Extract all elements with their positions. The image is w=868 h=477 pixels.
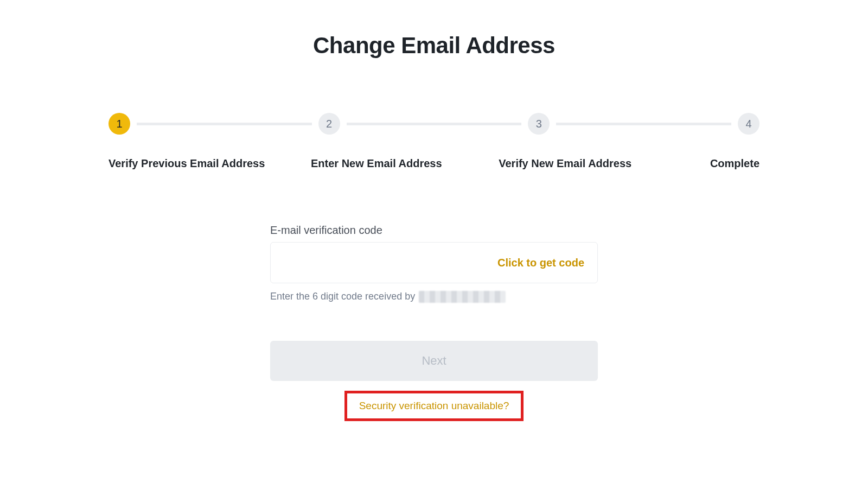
verification-code-input[interactable] (284, 243, 497, 283)
security-link-highlight: Security verification unavailable? (344, 391, 524, 421)
step-3-label: Verify New Email Address (499, 157, 631, 170)
step-connector (347, 123, 522, 125)
helper-prefix: Enter the 6 digit code received by (270, 291, 418, 302)
step-1-label: Verify Previous Email Address (108, 157, 265, 170)
step-2-circle: 2 (318, 113, 340, 135)
next-button[interactable]: Next (270, 341, 598, 381)
helper-text: Enter the 6 digit code received by (270, 291, 598, 303)
step-2-label: Enter New Email Address (311, 157, 442, 170)
verification-code-input-group: Click to get code (270, 242, 598, 283)
verification-code-label: E-mail verification code (270, 224, 598, 237)
step-1-circle: 1 (108, 113, 130, 135)
get-code-button[interactable]: Click to get code (497, 257, 584, 269)
security-verification-unavailable-link[interactable]: Security verification unavailable? (359, 400, 509, 412)
step-4-circle: 4 (738, 113, 760, 135)
step-4-label: Complete (710, 157, 760, 170)
redacted-email (419, 291, 506, 303)
step-connector (556, 123, 731, 125)
progress-stepper: 1 2 3 4 Verify Previous Email Address En… (108, 113, 760, 170)
step-3-circle: 3 (528, 113, 550, 135)
page-title: Change Email Address (108, 0, 760, 113)
step-connector (137, 123, 312, 125)
